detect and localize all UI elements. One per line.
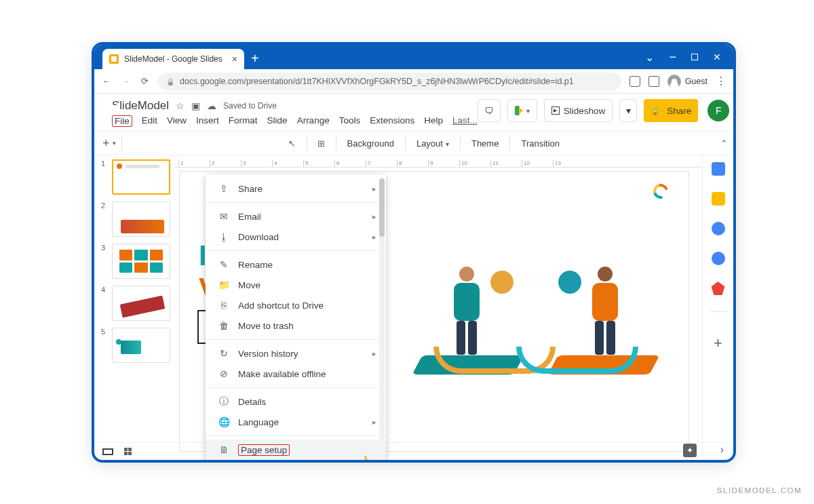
menu-format[interactable]: Format — [229, 115, 258, 127]
share-lock-icon — [651, 106, 663, 116]
tasks-icon[interactable] — [712, 222, 725, 235]
menu-insert[interactable]: Insert — [196, 115, 219, 127]
document-title[interactable]: SlideModel — [112, 99, 169, 113]
account-avatar[interactable]: F — [708, 100, 729, 121]
layout-button[interactable]: Layout — [411, 138, 454, 149]
menu-last-edit[interactable]: Last... — [452, 115, 478, 127]
history-icon: ↻ — [218, 348, 230, 359]
meet-icon — [515, 106, 520, 115]
menu-extensions[interactable]: Extensions — [370, 115, 414, 127]
menu-item-add-shortcut[interactable]: ⎘Add shortcut to Drive — [206, 295, 386, 315]
guest-avatar-icon — [667, 75, 681, 88]
menu-item-version-history[interactable]: ↻Version history — [206, 343, 386, 364]
menu-item-language[interactable]: 🌐Language — [206, 412, 386, 432]
menu-item-email[interactable]: ✉Email — [206, 206, 386, 227]
app-header: SlideModel ☆ ▣ ☁ Saved to Drive File Edi… — [94, 94, 733, 127]
menu-arrange[interactable]: Arrange — [297, 115, 330, 127]
comments-button[interactable]: 🗨 — [478, 99, 501, 122]
contacts-icon[interactable] — [712, 252, 725, 265]
new-tab-button[interactable]: + — [251, 51, 259, 66]
close-tab-icon[interactable]: × — [232, 54, 237, 64]
thumbnail-panel: 1 2 3 4 5 — [94, 155, 176, 457]
extensions-icon[interactable] — [648, 76, 659, 87]
menu-view[interactable]: View — [167, 115, 187, 127]
maps-icon[interactable] — [712, 282, 725, 295]
trash-icon: 🗑 — [218, 320, 230, 331]
forward-icon[interactable]: → — [120, 76, 131, 86]
cursor-tool-icon[interactable]: ↖ — [284, 134, 301, 152]
slide-thumbnail[interactable]: 4 — [101, 286, 170, 321]
star-icon[interactable]: ☆ — [176, 100, 185, 111]
background-button[interactable]: Background — [342, 138, 400, 149]
close-window-icon[interactable] — [713, 52, 721, 62]
textbox-tool-icon[interactable]: ⊞ — [313, 134, 330, 152]
collapse-toolbar-icon[interactable] — [720, 138, 728, 149]
theme-button[interactable]: Theme — [466, 138, 504, 149]
cloud-saved-icon[interactable]: ☁ — [207, 100, 216, 111]
bottom-bar: ✦ › — [94, 442, 733, 460]
tab-title: SlideModel - Google Slides — [124, 54, 222, 64]
slides-favicon-icon — [109, 54, 119, 64]
shortcut-icon: ⎘ — [218, 300, 230, 311]
menu-edit[interactable]: Edit — [142, 115, 157, 127]
menu-item-move[interactable]: 📁Move — [206, 275, 386, 295]
menu-item-print-preview[interactable]: 🔍Print preview — [206, 460, 386, 463]
menu-item-offline[interactable]: ⊘Make available offline — [206, 364, 386, 384]
file-dropdown-menu: ⇪Share ✉Email ⭳Download ✎Rename 📁Move ⎘A… — [206, 174, 386, 463]
move-folder-icon[interactable]: ▣ — [191, 100, 200, 111]
keep-icon[interactable] — [712, 192, 725, 206]
saved-status: Saved to Drive — [223, 101, 277, 111]
menu-help[interactable]: Help — [424, 115, 443, 127]
slideshow-dropdown[interactable]: ▾ — [619, 99, 637, 122]
slide-thumbnail[interactable]: 5 — [101, 328, 170, 363]
page-setup-icon: 🗎 — [218, 444, 230, 455]
menu-tools[interactable]: Tools — [339, 115, 361, 127]
lock-icon — [166, 77, 174, 86]
tab-search-icon[interactable] — [645, 51, 654, 64]
share-icon: ⇪ — [218, 183, 230, 194]
hide-sidepanel-icon[interactable]: › — [720, 444, 724, 456]
menu-file[interactable]: File — [112, 115, 132, 127]
rename-icon: ✎ — [218, 259, 230, 270]
profile-button[interactable]: Guest — [667, 75, 708, 88]
grid-view-icon[interactable] — [124, 448, 132, 455]
slide-thumbnail[interactable]: 3 — [101, 244, 170, 279]
slide-thumbnail[interactable]: 2 — [101, 201, 170, 237]
side-panel-rail: + — [702, 155, 733, 457]
install-app-icon[interactable] — [629, 76, 640, 87]
transition-button[interactable]: Transition — [516, 138, 565, 149]
menu-item-trash[interactable]: 🗑Move to trash — [206, 315, 386, 336]
menu-item-page-setup[interactable]: 🗎Page setup — [206, 440, 386, 460]
back-icon[interactable]: ← — [101, 76, 112, 86]
slideshow-button[interactable]: Slideshow — [544, 99, 613, 122]
slide-brand-icon — [651, 181, 671, 201]
download-icon: ⭳ — [218, 231, 230, 242]
reload-icon[interactable]: ⟳ — [139, 76, 150, 86]
meet-button[interactable] — [507, 99, 537, 122]
toolbar: ↖ ⊞ Background Layout Theme Transition — [94, 131, 733, 155]
menu-item-download[interactable]: ⭳Download — [206, 227, 386, 247]
address-bar: ← → ⟳ docs.google.com/presentation/d/1tt… — [94, 69, 733, 94]
move-icon: 📁 — [218, 279, 230, 290]
info-icon: ⓘ — [218, 395, 230, 408]
workspace: 1 2 3 4 5 12345678910111213 IGITAL VIDE … — [94, 155, 733, 457]
maximize-icon[interactable] — [691, 54, 698, 60]
explore-button-icon[interactable]: ✦ — [683, 444, 697, 457]
watermark-text: SLIDEMODEL.COM — [717, 486, 802, 495]
menu-item-details[interactable]: ⓘDetails — [206, 391, 386, 412]
browser-tab[interactable]: SlideModel - Google Slides × — [102, 49, 244, 69]
minimize-icon[interactable] — [669, 50, 676, 64]
new-slide-button[interactable] — [97, 135, 122, 151]
menu-item-share[interactable]: ⇪Share — [206, 178, 386, 199]
menu-bar: File Edit View Insert Format Slide Arran… — [112, 115, 478, 127]
url-field[interactable]: docs.google.com/presentation/d/1tt7KHlXV… — [158, 73, 621, 90]
chrome-menu-icon[interactable]: ⋮ — [716, 75, 726, 88]
guest-label: Guest — [685, 77, 708, 86]
filmstrip-view-icon[interactable] — [102, 448, 113, 455]
menu-item-rename[interactable]: ✎Rename — [206, 254, 386, 275]
share-button[interactable]: Share — [644, 99, 698, 122]
calendar-icon[interactable] — [712, 162, 725, 176]
slide-thumbnail[interactable]: 1 — [101, 159, 170, 195]
menu-slide[interactable]: Slide — [267, 115, 288, 127]
add-on-plus-icon[interactable]: + — [714, 334, 722, 352]
